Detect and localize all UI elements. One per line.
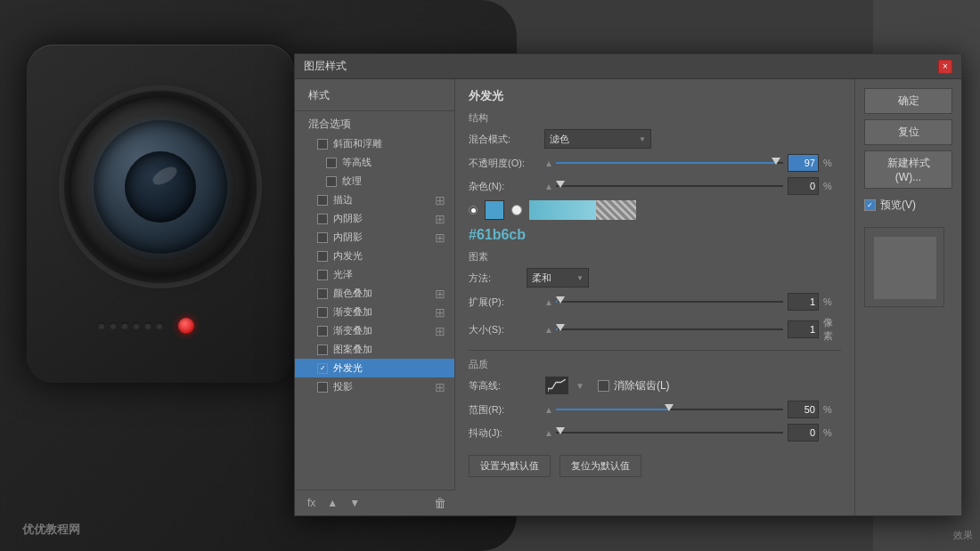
opacity-input[interactable]	[788, 154, 819, 172]
checkbox-inner-shadow-2[interactable]	[317, 232, 328, 243]
checkbox-inner-glow[interactable]	[317, 251, 328, 262]
checkbox-bevel[interactable]	[317, 139, 328, 150]
opacity-thumb[interactable]	[772, 158, 780, 165]
plus-gradient-overlay-1[interactable]: ⊞	[435, 306, 445, 319]
preview-inner	[874, 237, 936, 299]
plus-gradient-overlay-2[interactable]: ⊞	[435, 325, 445, 337]
checkbox-outer-glow[interactable]	[317, 363, 328, 374]
checkbox-texture[interactable]	[326, 176, 337, 187]
anti-alias-checkbox[interactable]	[598, 380, 609, 392]
checkbox-inner-shadow-1[interactable]	[317, 214, 328, 224]
jitter-label: 抖动(J):	[469, 426, 540, 440]
checkbox-color-overlay[interactable]	[317, 288, 328, 299]
range-label: 范围(R):	[469, 403, 540, 417]
noise-slider[interactable]	[556, 179, 783, 193]
range-slider[interactable]	[556, 402, 783, 417]
opacity-label: 不透明度(O):	[469, 157, 540, 170]
gradient-radio[interactable]	[511, 205, 522, 215]
contour-row: 等高线: ▼ 消除锯齿(L)	[469, 376, 841, 395]
checkbox-gradient-overlay-2[interactable]	[317, 326, 328, 336]
blend-mode-label: 混合模式:	[469, 133, 540, 146]
plus-inner-shadow-2[interactable]: ⊞	[435, 231, 445, 244]
contour-arrow[interactable]: ▼	[576, 381, 584, 391]
contour-label: 等高线:	[469, 379, 540, 393]
style-texture[interactable]: 纹理	[295, 172, 454, 190]
up-icon[interactable]: ▲	[323, 495, 341, 511]
jitter-input[interactable]	[788, 424, 819, 442]
preview-row: 预览(V)	[864, 198, 952, 213]
anti-alias-label: 消除锯齿(L)	[614, 378, 670, 393]
plus-stroke[interactable]: ⊞	[435, 194, 445, 207]
preview-checkbox[interactable]	[864, 199, 876, 211]
contour-thumbnail[interactable]	[544, 376, 569, 395]
size-thumb[interactable]	[556, 324, 565, 331]
reset-default-btn[interactable]: 复位为默认值	[559, 455, 641, 477]
checkbox-pattern-overlay[interactable]	[317, 344, 328, 355]
ok-button[interactable]: 确定	[864, 88, 952, 114]
jitter-slider[interactable]	[556, 425, 783, 440]
category-blend-options[interactable]: 混合选项	[295, 114, 454, 134]
settings-panel: 外发光 结构 混合模式: 滤色 ▼ 不透明度(O): ▲	[455, 79, 854, 515]
blend-mode-arrow: ▼	[639, 135, 646, 143]
checkbox-stroke[interactable]	[317, 195, 328, 206]
style-inner-shadow-1[interactable]: 内阴影 ⊞	[295, 209, 454, 228]
noise-thumb[interactable]	[556, 181, 565, 188]
range-thumb[interactable]	[665, 404, 674, 411]
style-satin[interactable]: 光泽	[295, 265, 454, 284]
checkbox-contour[interactable]	[326, 158, 337, 168]
opacity-row: 不透明度(O): ▲ %	[469, 154, 841, 172]
trash-icon[interactable]: 🗑	[434, 496, 446, 510]
fx-icon[interactable]: fx	[304, 495, 319, 511]
color-radio[interactable]	[469, 206, 478, 215]
style-inner-glow[interactable]: 内发光	[295, 247, 454, 265]
opacity-unit: %	[823, 158, 841, 168]
style-pattern-overlay[interactable]: 图案叠加	[295, 340, 454, 359]
blend-mode-select[interactable]: 滤色 ▼	[544, 129, 651, 149]
close-button[interactable]: ×	[938, 60, 952, 74]
plus-drop-shadow[interactable]: ⊞	[435, 381, 445, 393]
opacity-slider[interactable]	[556, 156, 783, 170]
right-buttons-panel: 确定 复位 新建样式(W)... 预览(V)	[854, 79, 961, 515]
spread-slider[interactable]	[556, 295, 783, 309]
divider	[295, 110, 454, 111]
style-outer-glow[interactable]: 外发光	[295, 359, 454, 377]
set-default-btn[interactable]: 设置为默认值	[469, 455, 551, 477]
range-input[interactable]	[788, 401, 819, 418]
noise-row: 杂色(N): ▲ %	[469, 177, 841, 195]
size-slider[interactable]	[556, 322, 783, 336]
color-swatch[interactable]	[485, 200, 504, 220]
new-style-button[interactable]: 新建样式(W)...	[864, 150, 952, 189]
jitter-thumb[interactable]	[556, 427, 565, 434]
style-drop-shadow[interactable]: 投影 ⊞	[295, 377, 454, 396]
plus-color-overlay[interactable]: ⊞	[435, 288, 445, 300]
down-icon[interactable]: ▼	[346, 495, 363, 511]
noise-input[interactable]	[788, 177, 819, 195]
method-select[interactable]: 柔和 ▼	[527, 268, 589, 288]
plus-inner-shadow-1[interactable]: ⊞	[435, 213, 445, 225]
reset-button[interactable]: 复位	[864, 119, 952, 145]
style-gradient-overlay-1[interactable]: 渐变叠加 ⊞	[295, 303, 454, 321]
style-inner-shadow-2[interactable]: 内阴影 ⊞	[295, 228, 454, 247]
dialog-titlebar: 图层样式 ×	[295, 54, 961, 79]
size-unit: 像素	[823, 316, 841, 343]
checkbox-gradient-overlay-1[interactable]	[317, 307, 328, 318]
checkbox-satin[interactable]	[317, 270, 328, 280]
lens-highlight	[150, 164, 179, 189]
style-stroke[interactable]: 描边 ⊞	[295, 190, 454, 209]
styles-panel: 样式 混合选项 斜面和浮雕 等高线 纹理 描边	[295, 79, 455, 515]
styles-title: 样式	[295, 84, 454, 108]
noise-label: 杂色(N):	[469, 180, 540, 193]
spread-label: 扩展(P):	[469, 296, 540, 309]
spread-input[interactable]	[788, 293, 819, 311]
spread-thumb[interactable]	[556, 296, 565, 304]
quality-title: 品质	[469, 358, 841, 371]
style-gradient-overlay-2[interactable]: 渐变叠加 ⊞	[295, 321, 454, 340]
style-contour[interactable]: 等高线	[295, 153, 454, 172]
gradient-swatch[interactable]	[529, 200, 636, 220]
style-bevel[interactable]: 斜面和浮雕	[295, 134, 454, 153]
size-label: 大小(S):	[469, 323, 540, 336]
size-input[interactable]	[788, 320, 819, 338]
style-color-overlay[interactable]: 颜色叠加 ⊞	[295, 284, 454, 303]
checkbox-drop-shadow[interactable]	[317, 382, 328, 393]
spread-unit: %	[823, 296, 841, 307]
